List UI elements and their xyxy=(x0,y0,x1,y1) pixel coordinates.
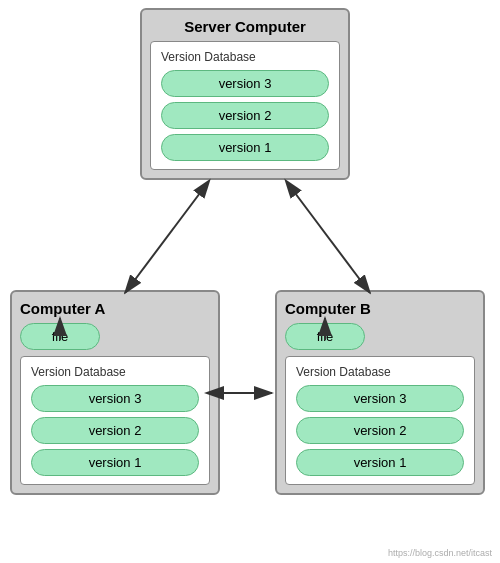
comp-a-version-2: version 2 xyxy=(31,417,199,444)
server-version-2: version 2 xyxy=(161,102,329,129)
diagram-container: Server Computer Version Database version… xyxy=(0,0,500,563)
server-title: Server Computer xyxy=(150,18,340,35)
server-db-box: Version Database version 3 version 2 ver… xyxy=(150,41,340,170)
watermark: https://blog.csdn.net/itcast xyxy=(388,548,492,558)
computer-b-box: Computer B file Version Database version… xyxy=(275,290,485,495)
comp-b-version-1: version 1 xyxy=(296,449,464,476)
computer-b-title: Computer B xyxy=(285,300,475,317)
computer-b-file: file xyxy=(285,323,365,350)
computer-a-box: Computer A file Version Database version… xyxy=(10,290,220,495)
server-version-1: version 1 xyxy=(161,134,329,161)
computer-b-db-box: Version Database version 3 version 2 ver… xyxy=(285,356,475,485)
comp-b-version-3: version 3 xyxy=(296,385,464,412)
computer-a-title: Computer A xyxy=(20,300,210,317)
server-version-3: version 3 xyxy=(161,70,329,97)
comp-b-version-2: version 2 xyxy=(296,417,464,444)
computer-a-db-label: Version Database xyxy=(31,365,199,379)
server-computer-box: Server Computer Version Database version… xyxy=(140,8,350,180)
computer-b-db-label: Version Database xyxy=(296,365,464,379)
computer-a-db-box: Version Database version 3 version 2 ver… xyxy=(20,356,210,485)
arrow-server-to-b xyxy=(295,193,370,293)
arrow-server-to-a xyxy=(125,193,200,293)
comp-a-version-3: version 3 xyxy=(31,385,199,412)
computer-a-file: file xyxy=(20,323,100,350)
comp-a-version-1: version 1 xyxy=(31,449,199,476)
server-db-label: Version Database xyxy=(161,50,329,64)
